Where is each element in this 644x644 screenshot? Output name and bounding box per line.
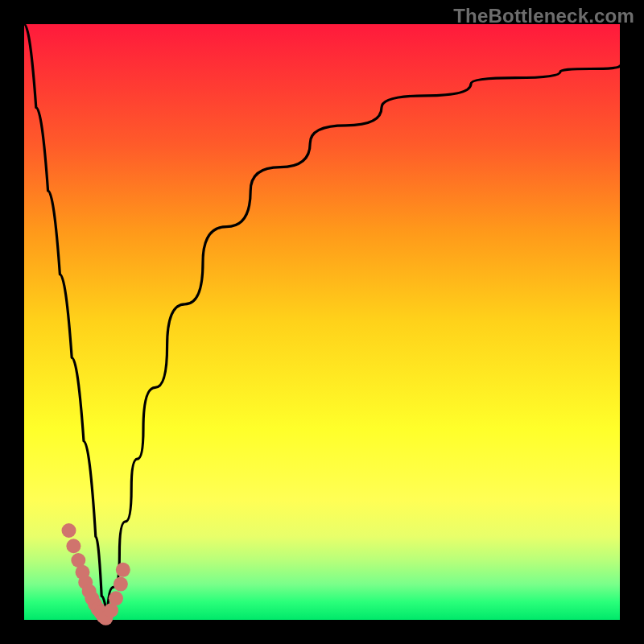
chart-svg: [24, 24, 620, 620]
highlight-point: [116, 563, 130, 577]
highlight-point: [109, 591, 123, 605]
highlight-point: [66, 539, 80, 553]
plot-area: [24, 24, 620, 620]
chart-frame: TheBottleneck.com: [0, 0, 644, 644]
bottleneck-curve: [24, 24, 620, 620]
highlight-point: [62, 523, 76, 538]
highlight-point: [114, 577, 128, 592]
